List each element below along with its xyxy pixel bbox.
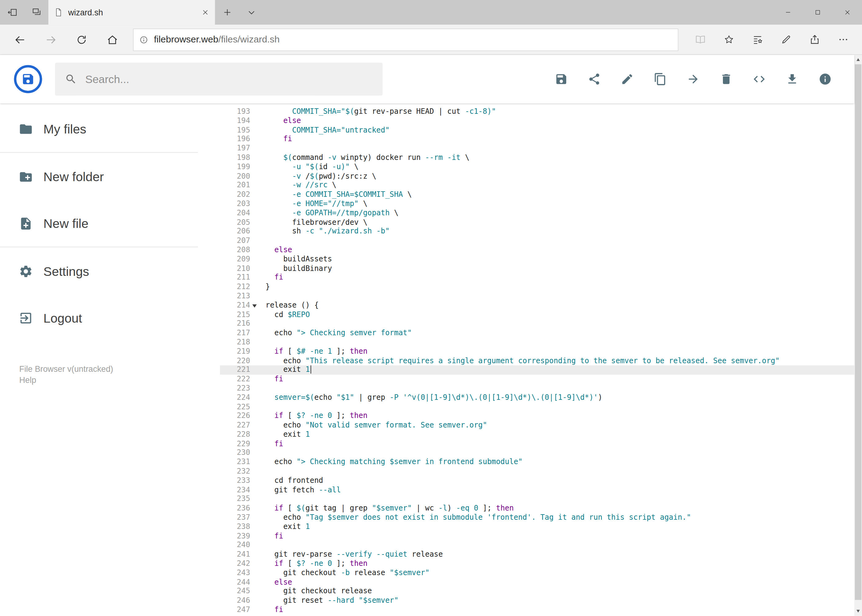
code-line[interactable]: 241 git rev-parse --verify --quiet relea… <box>220 550 854 559</box>
search-input[interactable]: Search... <box>55 63 383 96</box>
code-line[interactable]: 230 <box>220 449 854 458</box>
code-line[interactable]: 213 <box>220 292 854 301</box>
scrollbar-thumb[interactable] <box>855 64 861 600</box>
code-line[interactable]: 220 echo "This release script requires a… <box>220 356 854 365</box>
code-line[interactable]: 232 <box>220 467 854 476</box>
code-line[interactable]: 199 -u "$(id -u)" \ <box>220 162 854 171</box>
code-line[interactable]: 208 else <box>220 245 854 255</box>
annotate-button[interactable] <box>772 27 801 52</box>
copy-button[interactable] <box>648 66 673 92</box>
sidebar-item-settings[interactable]: Settings <box>0 258 220 285</box>
code-line[interactable]: 231 echo "> Checking matching $semver in… <box>220 458 854 467</box>
reading-view-button[interactable] <box>686 27 715 52</box>
sidebar-item-new-folder[interactable]: New folder <box>0 163 220 190</box>
code-line[interactable]: 244 else <box>220 578 854 587</box>
hub-button[interactable] <box>743 27 772 52</box>
code-line[interactable]: 209 buildAssets <box>220 255 854 264</box>
code-line[interactable]: 194 else <box>220 116 854 126</box>
more-menu-button[interactable] <box>829 27 858 52</box>
maximize-button[interactable] <box>803 0 832 25</box>
code-line[interactable]: 203 -e HOME="//tmp" \ <box>220 199 854 209</box>
sidebar-item-logout[interactable]: Logout <box>0 305 220 331</box>
code-line[interactable]: 197 <box>220 144 854 153</box>
code-line[interactable]: 245 git checkout release <box>220 587 854 596</box>
code-line[interactable]: 201 -w //src \ <box>220 181 854 190</box>
text-cursor <box>310 365 311 374</box>
download-button[interactable] <box>780 66 805 92</box>
set-tabs-aside-button[interactable] <box>0 0 24 25</box>
rename-button[interactable] <box>615 66 640 92</box>
add-favorite-button[interactable] <box>715 27 743 52</box>
code-line[interactable]: 233 cd frontend <box>220 476 854 486</box>
code-line[interactable]: 247 fi <box>220 605 854 615</box>
code-line[interactable]: 210 buildBinary <box>220 264 854 273</box>
code-line[interactable]: 229 fi <box>220 440 854 449</box>
code-line[interactable]: 195 COMMIT_SHA="untracked" <box>220 126 854 135</box>
code-line[interactable]: 217 echo "> Checking semver format" <box>220 328 854 338</box>
code-line[interactable]: 238 exit 1 <box>220 523 854 532</box>
code-line[interactable]: 215 cd $REPO <box>220 310 854 319</box>
refresh-button[interactable] <box>66 27 97 52</box>
code-line[interactable]: 198 $(command -v winpty) docker run --rm… <box>220 153 854 162</box>
code-line[interactable]: 235 <box>220 495 854 504</box>
code-line[interactable]: 206 sh -c "./wizard.sh -b" <box>220 227 854 236</box>
share-page-button[interactable] <box>801 27 829 52</box>
code-line[interactable]: 218 <box>220 338 854 347</box>
minimize-button[interactable] <box>773 0 803 25</box>
code-line[interactable]: 225 <box>220 402 854 412</box>
filebrowser-logo-icon[interactable] <box>14 65 43 93</box>
new-tab-button[interactable] <box>215 0 239 25</box>
fold-arrow-icon[interactable] <box>252 304 257 308</box>
code-line[interactable]: 243 git checkout -b release "$semver" <box>220 569 854 578</box>
delete-button[interactable] <box>714 66 739 92</box>
address-bar[interactable]: filebrowser.web/files/wizard.sh <box>133 28 678 51</box>
code-line[interactable]: 234 git fetch --all <box>220 486 854 495</box>
browser-tab[interactable]: wizard.sh <box>48 0 215 25</box>
code-line[interactable]: 227 echo "Not valid semver format. See s… <box>220 421 854 430</box>
code-editor[interactable]: 193 COMMIT_SHA="$(git rev-parse HEAD | c… <box>220 103 854 616</box>
home-button[interactable] <box>97 27 128 52</box>
tabs-you-set-aside-button[interactable] <box>24 0 49 25</box>
move-button[interactable] <box>681 66 706 92</box>
code-line[interactable]: 242 if [ $? -ne 0 ]; then <box>220 559 854 569</box>
code-line[interactable]: 224 semver=$(echo "$1" | grep -P '^v(0|[… <box>220 393 854 402</box>
code-line[interactable]: 237 echo "Tag $semver does not exist in … <box>220 513 854 523</box>
back-button[interactable] <box>4 27 35 52</box>
site-info-icon[interactable] <box>139 35 148 44</box>
code-line[interactable]: 240 <box>220 541 854 550</box>
code-line[interactable]: 216 <box>220 319 854 328</box>
tab-preview-button[interactable] <box>239 0 263 25</box>
code-line[interactable]: 222 fi <box>220 375 854 384</box>
code-line[interactable]: 214release () { <box>220 301 854 310</box>
code-line[interactable]: 236 if [ $(git tag | grep "$semver" | wc… <box>220 504 854 513</box>
scroll-down-icon[interactable] <box>856 610 860 613</box>
tab-close-icon[interactable] <box>201 8 210 17</box>
code-line[interactable]: 193 COMMIT_SHA="$(git rev-parse HEAD | c… <box>220 107 854 116</box>
close-window-button[interactable] <box>832 0 862 25</box>
code-line[interactable]: 200 -v /$(pwd):/src:z \ <box>220 171 854 181</box>
scroll-up-icon[interactable] <box>856 58 860 61</box>
code-line[interactable]: 196 fi <box>220 135 854 144</box>
help-link[interactable]: Help <box>19 375 220 386</box>
page-scrollbar[interactable] <box>854 55 862 616</box>
code-line[interactable]: 219 if [ $# -ne 1 ]; then <box>220 347 854 356</box>
code-line[interactable]: 212} <box>220 282 854 292</box>
code-line[interactable]: 239 fi <box>220 532 854 541</box>
code-line[interactable]: 205 filebrowser/dev \ <box>220 218 854 227</box>
save-button[interactable] <box>549 66 574 92</box>
raw-view-button[interactable] <box>747 66 772 92</box>
code-line[interactable]: 226 if [ $? -ne 0 ]; then <box>220 412 854 421</box>
sidebar-item-new-file[interactable]: New file <box>0 211 220 237</box>
sidebar-item-my-files[interactable]: My files <box>0 116 220 142</box>
code-line[interactable]: 246 git reset --hard "$semver" <box>220 596 854 605</box>
forward-button[interactable] <box>35 27 66 52</box>
share-button[interactable] <box>581 66 607 92</box>
info-button[interactable] <box>812 66 838 92</box>
code-line[interactable]: 207 <box>220 236 854 245</box>
code-line[interactable]: 204 -e GOPATH=//tmp/gopath \ <box>220 209 854 218</box>
code-line[interactable]: 228 exit 1 <box>220 430 854 440</box>
active-code-line[interactable]: 221 exit 1 <box>220 365 854 375</box>
code-line[interactable]: 211 fi <box>220 273 854 282</box>
code-line[interactable]: 223 <box>220 384 854 393</box>
code-line[interactable]: 202 -e COMMIT_SHA=$COMMIT_SHA \ <box>220 190 854 199</box>
